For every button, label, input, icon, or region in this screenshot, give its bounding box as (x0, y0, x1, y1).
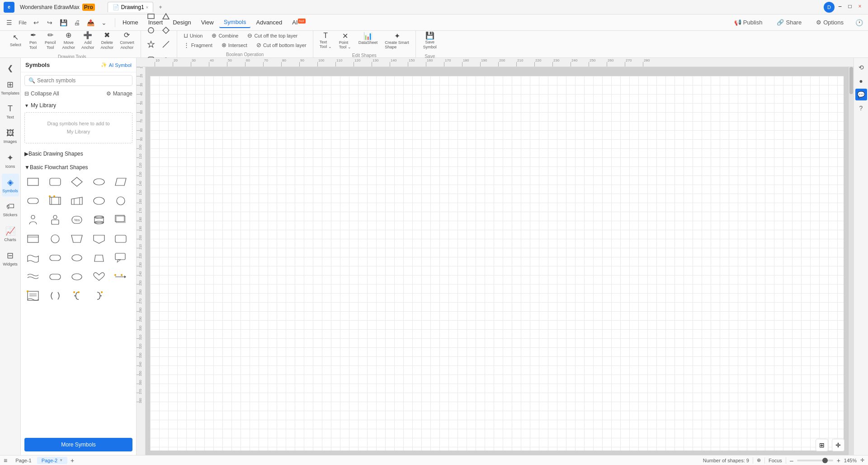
sidebar-charts[interactable]: 📈 Charts (2, 223, 19, 245)
collapse-all-button[interactable]: ⊟ Collapse All (24, 90, 59, 97)
shape-heart[interactable] (90, 269, 108, 285)
create-smart-shape-btn[interactable]: ✦ Create SmartShape (382, 31, 412, 50)
shape-callout[interactable] (112, 250, 129, 266)
ai-symbol-button[interactable]: ✨ AI Symbol (101, 62, 132, 68)
shape-line-btn[interactable] (160, 38, 172, 51)
quick-access-dropdown[interactable]: ⌄ (98, 16, 110, 29)
text-tool-btn[interactable]: T TextTool ⌄ (317, 31, 335, 50)
move-anchor-tool[interactable]: ⊕ MoveAnchor (60, 29, 78, 52)
union-button[interactable]: ⊔ Union (181, 31, 206, 40)
shape-storage[interactable] (24, 231, 42, 247)
shape-stadium[interactable] (47, 250, 64, 266)
fit-page-button[interactable]: ⊞ (816, 439, 828, 451)
share-button[interactable]: 🔗Share (771, 17, 807, 28)
shape-manual-input[interactable] (68, 193, 85, 209)
convert-anchor-tool[interactable]: ⟳ ConvertAnchor (117, 29, 137, 52)
menu-home[interactable]: Home (118, 17, 143, 28)
shape-stadium2[interactable] (47, 269, 64, 285)
shape-diamond[interactable] (68, 174, 85, 190)
menu-symbols[interactable]: Symbols (219, 17, 251, 28)
zoom-plus-btn[interactable]: + (837, 457, 840, 464)
shape-brace-l[interactable] (68, 288, 85, 304)
shape-triangle-btn[interactable] (160, 10, 172, 23)
zoom-slider[interactable] (797, 460, 833, 461)
shape-flow-line[interactable] (112, 269, 129, 285)
shape-note-wavy[interactable] (24, 288, 42, 304)
shape-wavy[interactable] (24, 250, 42, 266)
more-symbols-button[interactable]: More Symbols (24, 438, 132, 451)
my-library-header[interactable]: ▼ My Library (21, 100, 136, 110)
shape-rect-rounded2[interactable] (112, 231, 129, 247)
shape-cylinder[interactable] (90, 212, 108, 228)
shape-oval2[interactable] (68, 250, 85, 266)
cut-bottom-button[interactable]: ⊘ Cut off bottom layer (254, 41, 309, 49)
pan-tool-icon[interactable]: ✛ (860, 457, 864, 463)
sidebar-icons[interactable]: ✦ Icons (2, 149, 19, 172)
print-button[interactable]: 🖨 (71, 16, 83, 29)
timer-button[interactable]: 🕐 (853, 16, 865, 29)
shape-parallelogram[interactable] (112, 174, 129, 190)
user-avatar[interactable]: D (824, 2, 835, 13)
shape-rectangle[interactable] (24, 174, 42, 190)
shape-circle-btn[interactable] (145, 24, 157, 37)
export-button[interactable]: 📤 (84, 16, 97, 29)
shape-star-btn[interactable] (145, 38, 157, 51)
shape-rounded-rect[interactable] (47, 174, 64, 190)
symbol-search-box[interactable]: 🔍 (24, 75, 132, 86)
scroll-thumb-vertical[interactable] (849, 67, 853, 94)
maximize-button[interactable]: □ (845, 2, 854, 11)
basic-drawing-shapes-header[interactable]: ▶ Basic Drawing Shapes (21, 149, 136, 159)
rs-color-btn[interactable]: ● (855, 75, 867, 87)
shape-dbl-wavy[interactable] (24, 269, 42, 285)
menu-view[interactable]: View (197, 17, 218, 28)
options-button[interactable]: ⚙Options (811, 17, 849, 28)
shape-decision-yes[interactable]: Yes (68, 212, 85, 228)
rs-info-btn[interactable]: ? (855, 102, 867, 114)
save-button[interactable]: 💾 (57, 16, 70, 29)
shape-off-page[interactable] (90, 231, 108, 247)
focus-label[interactable]: Focus (769, 458, 782, 463)
sidebar-images[interactable]: 🖼 Images (2, 125, 19, 147)
shape-rounded[interactable] (24, 193, 42, 209)
combine-button[interactable]: ⊕ Combine (209, 31, 241, 40)
basic-flowchart-shapes-header[interactable]: ▼ Basic Flowchart Shapes (21, 162, 136, 172)
sidebar-widgets[interactable]: ⊟ Widgets (2, 247, 19, 270)
page-tab-dropdown[interactable]: ▼ (59, 458, 63, 462)
sidebar-stickers[interactable]: 🏷 Stickers (2, 198, 19, 221)
symbol-search-input[interactable] (37, 77, 128, 84)
file-menu-btn[interactable]: File (16, 16, 29, 29)
save-symbol-button[interactable]: 💾 SaveSymbol (420, 29, 440, 52)
redo-button[interactable]: ↪ (43, 16, 56, 29)
vertical-scrollbar[interactable] (848, 67, 854, 455)
hamburger-menu-btn[interactable]: ☰ (3, 16, 15, 29)
zoom-fit-icon[interactable]: ⊕ (757, 457, 761, 463)
page-2-tab[interactable]: Page-2 ▼ (37, 457, 67, 464)
delete-anchor-tool[interactable]: ✖ DeleteAnchor (98, 29, 117, 52)
pencil-tool[interactable]: ✏ PencilTool (42, 29, 59, 52)
shape-bracket[interactable] (47, 288, 64, 304)
shape-rect-btn[interactable] (145, 10, 157, 23)
page-1-tab[interactable]: Page-1 (11, 457, 36, 464)
menu-advanced[interactable]: Advanced (251, 17, 287, 28)
minimize-button[interactable]: – (835, 2, 844, 11)
shape-oval3[interactable] (68, 269, 85, 285)
shape-trapezoid[interactable] (90, 250, 108, 266)
shape-person[interactable] (47, 212, 64, 228)
close-button[interactable]: × (855, 2, 864, 11)
rs-comment-btn[interactable]: 💬 (855, 89, 867, 100)
undo-button[interactable]: ↩ (30, 16, 42, 29)
manage-button[interactable]: ⚙ Manage (106, 90, 132, 97)
shape-actor[interactable] (24, 212, 42, 228)
rs-collapse-btn[interactable]: ⟲ (855, 62, 867, 73)
add-page-button[interactable]: + (68, 456, 76, 465)
sidebar-templates[interactable]: ⊞ Templates (2, 76, 19, 99)
cut-top-button[interactable]: ⊖ Cut off the top layer (245, 31, 300, 40)
menu-ai[interactable]: AIhot (288, 17, 310, 28)
shape-process[interactable] (47, 193, 64, 209)
canvas-main[interactable] (146, 67, 848, 455)
shape-wide-oval[interactable] (90, 174, 108, 190)
shape-ellipse[interactable] (90, 193, 108, 209)
sidebar-text[interactable]: T Text (2, 100, 19, 123)
shape-circle2[interactable] (47, 231, 64, 247)
zoom-minus-btn[interactable]: – (790, 457, 793, 464)
